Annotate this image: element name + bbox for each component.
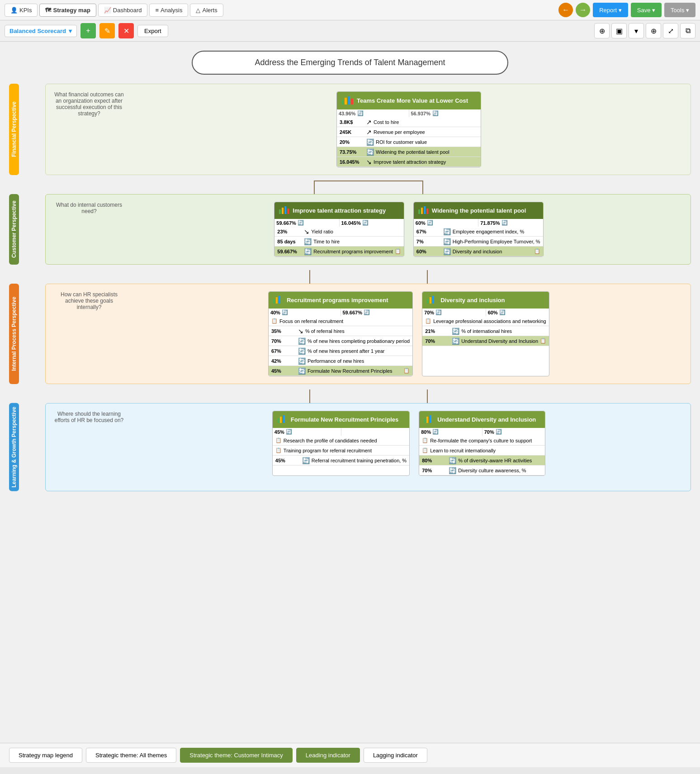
layers-button[interactable]: ▣ bbox=[611, 23, 627, 38]
svg-rect-1 bbox=[345, 98, 347, 104]
nav-analysis[interactable]: ≡ Analysis bbox=[149, 4, 188, 17]
svg-rect-22 bbox=[426, 417, 428, 423]
svg-rect-3 bbox=[351, 99, 353, 104]
gauge-icon: 🔄 bbox=[366, 138, 374, 146]
learning-card-0-title: Formulate New Recruitment Principles bbox=[291, 416, 398, 423]
nav-strategy-map[interactable]: 🗺 Strategy map bbox=[39, 4, 96, 17]
l1-row-0: 📋 Re-formulate the company's culture to … bbox=[419, 436, 545, 446]
legend-customer-intimacy[interactable]: Strategic theme: Customer Intimacy bbox=[180, 748, 293, 763]
customer-card-1[interactable]: Widening the potential talent pool 60% 🔄… bbox=[413, 202, 544, 257]
strategy-title-text: Address the Emerging Trends of Talent Ma… bbox=[255, 58, 445, 67]
gauge1-icon: 🔄 bbox=[357, 110, 364, 116]
svg-rect-7 bbox=[287, 209, 289, 214]
learning-question: Where should the learning efforts of HR … bbox=[53, 411, 125, 423]
svg-rect-12 bbox=[273, 299, 275, 304]
back-button[interactable]: ← bbox=[558, 3, 573, 17]
gauge-icon: 🔄 bbox=[499, 309, 506, 315]
toolbar: Balanced Scorecard ▾ + ✎ ✕ Export ⊕ ▣ ▾ … bbox=[0, 20, 700, 42]
export-button[interactable]: Export bbox=[137, 25, 168, 37]
financial-label-col: Financial Perspective bbox=[9, 84, 45, 175]
internal-perspective-row: Internal Process Perspective How can HR … bbox=[9, 284, 691, 384]
customer-card-0[interactable]: Improve talent attraction strategy 59.66… bbox=[274, 202, 404, 257]
nav-alerts[interactable]: △ Alerts bbox=[190, 4, 223, 17]
c1-double: 60% 🔄 71.875% 🔄 bbox=[414, 219, 543, 227]
legend-bar: Strategy map legend Strategic theme: All… bbox=[0, 743, 700, 767]
i0-row-5: 45% 🔄 Formulate New Recruitment Principl… bbox=[269, 366, 412, 376]
l1-row-2: 80% 🔄 % of diversity-aware HR activities bbox=[419, 456, 545, 465]
financial-card[interactable]: Teams Create More Value at Lower Cost 43… bbox=[336, 91, 481, 167]
report-button[interactable]: Report ▾ bbox=[593, 3, 628, 17]
svg-rect-21 bbox=[424, 418, 426, 423]
svg-rect-23 bbox=[429, 415, 431, 423]
internal-card-1-title: Diversity and inclusion bbox=[440, 297, 505, 304]
gauge-icon: 🔄 bbox=[304, 248, 312, 255]
nav-kpis[interactable]: 👤 KPIs bbox=[5, 4, 38, 17]
i1-double: 70% 🔄 60% 🔄 bbox=[422, 309, 549, 316]
doc-icon: 📋 bbox=[275, 437, 282, 443]
financial-perspective-content: What financial outcomes can an organizat… bbox=[45, 84, 691, 175]
gauge-icon: 🔄 bbox=[501, 220, 508, 226]
arrow-icon: ↗ bbox=[366, 128, 372, 136]
gauge-icon: 🔄 bbox=[304, 238, 312, 245]
customer-perspective-row: Customer Perspective What do internal cu… bbox=[9, 194, 691, 265]
fit-button[interactable]: ⤢ bbox=[663, 23, 678, 38]
legend-strategy-map[interactable]: Strategy map legend bbox=[9, 748, 82, 763]
add-button[interactable]: + bbox=[80, 23, 96, 38]
doc-icon: 📋 bbox=[275, 447, 282, 453]
l1-row-3: 70% 🔄 Diversity culture awareness, % bbox=[419, 465, 545, 475]
dropdown-chevron-icon: ▾ bbox=[69, 28, 72, 34]
nav-dashboard-label: Dashboard bbox=[113, 7, 142, 14]
internal-question: How can HR specialists achieve these goa… bbox=[53, 291, 125, 310]
svg-rect-13 bbox=[276, 297, 278, 304]
save-button[interactable]: Save ▾ bbox=[631, 3, 662, 17]
layers-dropdown[interactable]: ▾ bbox=[629, 23, 644, 38]
internal-card-1[interactable]: Diversity and inclusion 70% 🔄 60% 🔄 bbox=[422, 291, 549, 376]
crosshair-button[interactable]: ⊕ bbox=[594, 23, 610, 38]
doc-icon: 📋 bbox=[395, 248, 401, 254]
c1-row-0: 67% 🔄 Employee engagement index, % bbox=[414, 227, 543, 237]
financial-val1: 43.96% 🔄 bbox=[337, 109, 409, 117]
svg-rect-15 bbox=[427, 299, 429, 304]
forward-button[interactable]: → bbox=[576, 3, 590, 17]
gauge-icon: 🔄 bbox=[443, 228, 451, 235]
down-icon: ↘ bbox=[366, 158, 372, 166]
i1-row-2: 70% 🔄 Understand Diversity and Inclusion… bbox=[422, 336, 549, 346]
delete-icon: ✕ bbox=[123, 27, 129, 35]
legend-leading-indicator[interactable]: Leading indicator bbox=[296, 748, 360, 763]
internal-card-0-title: Recruitment programs improvement bbox=[287, 297, 388, 304]
nav-dashboard[interactable]: 📈 Dashboard bbox=[98, 4, 148, 17]
gauge-icon: 🔄 bbox=[282, 309, 288, 315]
delete-button[interactable]: ✕ bbox=[118, 23, 134, 38]
chart-bars-icon bbox=[273, 295, 284, 305]
arrow-icon: ↗ bbox=[366, 119, 372, 126]
tools-button[interactable]: Tools ▾ bbox=[664, 3, 695, 17]
legend-lagging-indicator[interactable]: Lagging indicator bbox=[364, 748, 427, 763]
i0-double: 40% 🔄 59.667% 🔄 bbox=[269, 309, 412, 316]
edit-button[interactable]: ✎ bbox=[99, 23, 115, 38]
c0-row-1: 85 days 🔄 Time to hire bbox=[274, 237, 403, 247]
learning-card-0[interactable]: Formulate New Recruitment Principles 45%… bbox=[272, 411, 410, 476]
dashboard-icon: 📈 bbox=[104, 7, 111, 14]
internal-card-0[interactable]: Recruitment programs improvement 40% 🔄 5… bbox=[268, 291, 413, 376]
financial-card-title: Teams Create More Value at Lower Cost bbox=[357, 97, 468, 104]
gauge-icon: 🔄 bbox=[432, 429, 439, 435]
strategy-map-icon: 🗺 bbox=[45, 7, 51, 14]
gauge-icon: 🔄 bbox=[298, 357, 306, 365]
financial-question: What financial outcomes can an organizat… bbox=[53, 91, 125, 117]
gauge-icon: 🔄 bbox=[298, 337, 306, 345]
zoom-in-button[interactable]: ⊕ bbox=[646, 23, 661, 38]
svg-rect-8 bbox=[418, 209, 420, 214]
doc-icon: 📋 bbox=[271, 318, 278, 324]
doc-icon: 📋 bbox=[540, 338, 546, 344]
svg-rect-10 bbox=[424, 206, 426, 214]
i0-row-0: 📋 Focus on referral recruitment bbox=[269, 316, 412, 326]
strategy-title-container: Address the Emerging Trends of Talent Ma… bbox=[192, 51, 508, 75]
copy-button[interactable]: ⧉ bbox=[680, 23, 695, 38]
scorecard-dropdown[interactable]: Balanced Scorecard ▾ bbox=[5, 25, 77, 37]
gauge-icon: 🔄 bbox=[286, 429, 292, 435]
learning-card-1[interactable]: Understand Diversity and Inclusion 80% 🔄… bbox=[419, 411, 545, 476]
chart-bars-icon bbox=[341, 95, 354, 106]
legend-all-themes[interactable]: Strategic theme: All themes bbox=[86, 748, 176, 763]
kpis-icon: 👤 bbox=[10, 7, 18, 14]
gauge-icon: 🔄 bbox=[452, 337, 459, 345]
